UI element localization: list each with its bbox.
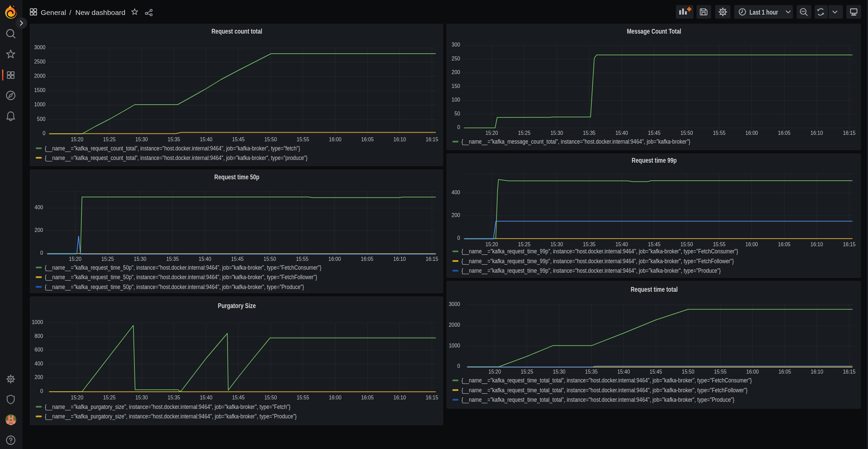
svg-text:/: / (69, 8, 71, 16)
svg-text:New dashboard: New dashboard (75, 8, 125, 16)
svg-text:General: General (41, 8, 66, 16)
svg-text:Last 1 hour: Last 1 hour (749, 8, 778, 16)
